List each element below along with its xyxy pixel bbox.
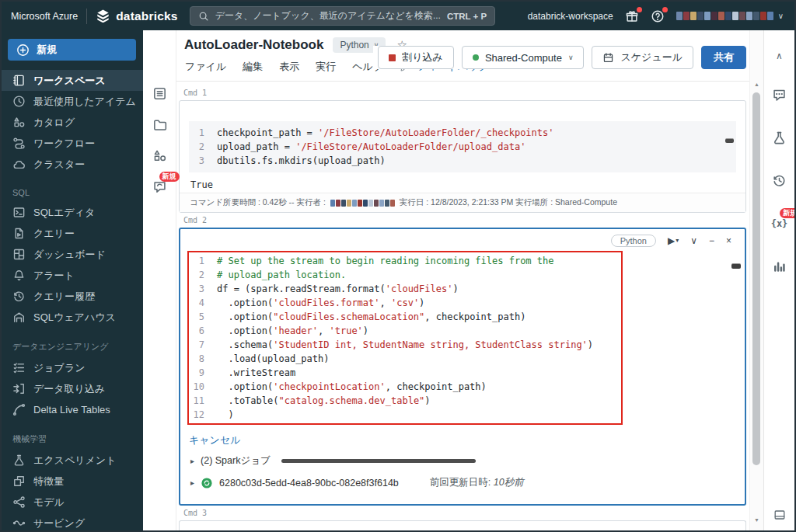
sidebar-item-jobruns[interactable]: ジョブラン [2, 357, 143, 378]
sidebar-item-dlt[interactable]: Delta Live Tables [2, 399, 143, 420]
chevron-down-icon[interactable]: ∨ [690, 236, 697, 245]
gift-icon[interactable] [625, 9, 639, 23]
stop-square-icon [389, 54, 396, 61]
global-search-input[interactable]: データ、ノートブック、最近のアイテムなどを検索... CTRL + P [190, 6, 495, 26]
sidebar-item-models[interactable]: モデル [2, 492, 143, 513]
menu-file[interactable]: ファイル [185, 60, 226, 74]
sidebar-item-workflows[interactable]: ワークフロー [2, 133, 143, 154]
sidebar-item-label: 特徴量 [33, 475, 64, 489]
cmd3-label: Cmd 3 [183, 509, 749, 517]
sidebar-item-features[interactable]: 特徴量 [2, 471, 143, 492]
variable-explorer-icon[interactable]: 新規 {x} [771, 216, 788, 231]
scroll-up-arrow[interactable]: ▲ [754, 82, 759, 87]
notebook-title[interactable]: AutoLoader-Notebook [184, 37, 323, 53]
comments-icon[interactable] [772, 88, 787, 103]
sidebar-item-catalog[interactable]: カタログ [2, 112, 143, 133]
user-menu[interactable]: ∨ [676, 12, 784, 20]
menu-view[interactable]: 表示 [279, 60, 299, 74]
stream-running-icon [201, 477, 213, 489]
sidebar-item-qhistory[interactable]: クエリー履歴 [2, 286, 143, 307]
editor-scrollbar-thumb[interactable] [731, 263, 741, 269]
cell-cmd3[interactable] [179, 520, 746, 530]
notification-dot [637, 7, 642, 12]
sidebar-item-workspace[interactable]: ワークスペース [2, 70, 143, 91]
schedule-button[interactable]: スケジュール [592, 46, 693, 69]
line-number: 1 [189, 126, 217, 140]
features-icon [12, 475, 26, 488]
new-badge: 新規 [780, 208, 796, 218]
play-icon: ▶ [668, 236, 675, 245]
line-number: 3 [189, 154, 217, 168]
code-line: 2upload_path = '/FileStore/AutoLoaderFol… [189, 140, 736, 154]
comments-history-icon[interactable]: 新規 [152, 179, 167, 194]
databricks-logo-icon [96, 9, 110, 23]
catalog-icon[interactable] [152, 148, 167, 163]
databricks-logo[interactable]: databricks [96, 9, 178, 23]
experiments-flask-icon[interactable] [772, 130, 787, 145]
experiments-icon [12, 454, 26, 467]
cmd1-code-editor[interactable]: 1checkpoint_path = '/FileStore/AutoLoade… [189, 121, 736, 172]
table-of-contents-icon[interactable] [152, 86, 167, 101]
expander-triangle-icon[interactable]: ▸ [190, 457, 194, 465]
cell-cmd2-selected[interactable]: Python ▶ ▾ ∨ − × 1# Set up the stream to… [179, 228, 746, 506]
sidebar-item-warehouses[interactable]: SQLウェアハウス [2, 307, 143, 328]
minimize-cell-icon[interactable]: − [709, 236, 714, 245]
line-number: 12 [189, 408, 217, 422]
close-cell-icon[interactable]: × [726, 236, 731, 245]
sidebar-item-experiments[interactable]: エクスペリメント [2, 450, 143, 471]
cancel-link[interactable]: キャンセル [189, 433, 241, 447]
sidebar-item-queries[interactable]: クエリー [2, 223, 143, 244]
line-number: 10 [189, 380, 217, 394]
caret-down-icon: ▾ [676, 238, 679, 244]
sidebar-item-label: アラート [33, 269, 75, 283]
executor-name-redacted [330, 200, 395, 207]
sidebar-section-header: データエンジニアリング [12, 341, 143, 353]
spark-jobs-label[interactable]: (2) Sparkジョブ [201, 454, 271, 468]
line-number: 5 [189, 310, 217, 324]
sidebar-item-sqleditor[interactable]: SQLエディタ [2, 202, 143, 223]
folder-icon[interactable] [152, 117, 167, 132]
cmd2-code-editor-highlighted[interactable]: 1# Set up the stream to begin reading in… [187, 251, 623, 425]
sidebar-item-alerts[interactable]: アラート [2, 265, 143, 286]
interrupt-button[interactable]: 割り込み [378, 46, 454, 69]
sidebar-item-serving[interactable]: サービング [2, 513, 143, 530]
sidebar-item-dashboards[interactable]: ダッシュボード [2, 244, 143, 265]
stream-id[interactable]: 6280c03d-5edd-4ea8-90bc-082e8f3f614b [219, 478, 399, 489]
ingestion-icon [12, 382, 26, 395]
share-button[interactable]: 共有 [701, 46, 746, 69]
bottom-panel-toggle-icon[interactable] [773, 509, 787, 521]
spark-jobs-row: ▸ (2) Sparkジョブ [190, 454, 476, 468]
sidebar-item-recents[interactable]: 最近使用したアイテム [2, 91, 143, 112]
run-cell-button[interactable]: ▶ ▾ [668, 236, 679, 245]
libraries-chart-icon[interactable] [772, 259, 787, 273]
code-line: 10 .option('checkpointLocation', checkpo… [189, 380, 621, 394]
scrollbar-thumb[interactable] [752, 92, 760, 465]
cell-cmd1[interactable]: 1checkpoint_path = '/FileStore/AutoLoade… [179, 100, 746, 213]
menu-run[interactable]: 実行 [316, 60, 336, 74]
line-number: 4 [189, 296, 217, 310]
line-number: 3 [189, 282, 217, 296]
collapse-header-chevron[interactable]: ∧ [776, 50, 783, 61]
code-line: 11 .toTable("catalog.schema.dev_table") [189, 394, 621, 408]
azure-logo[interactable]: Microsoft Azure [11, 11, 78, 22]
expander-triangle-icon[interactable]: ▸ [190, 478, 194, 487]
code-line: 12 ) [189, 408, 621, 422]
menu-edit[interactable]: 編集 [243, 60, 263, 74]
line-number: 1 [189, 254, 217, 268]
running-status-dot [473, 54, 479, 61]
scroll-down-arrow[interactable]: ▼ [754, 517, 759, 523]
sidebar-item-ingestion[interactable]: データ取り込み [2, 378, 143, 399]
workspace-name[interactable]: databrick-workspace [528, 11, 613, 22]
sidebar-item-clusters[interactable]: クラスター [2, 154, 143, 175]
new-button[interactable]: 新規 [8, 39, 136, 61]
code-line: 7 .schema('StudentID int, StudentName st… [189, 338, 621, 352]
sidebar-item-label: Delta Live Tables [33, 404, 110, 416]
cell-language-pill[interactable]: Python [611, 235, 656, 247]
help-icon[interactable] [651, 9, 665, 23]
compute-selector[interactable]: Shared-Compute ∨ [462, 46, 585, 69]
editor-scrollbar-thumb[interactable] [725, 138, 734, 143]
dashboards-icon [12, 248, 26, 261]
revision-history-icon[interactable] [772, 173, 787, 188]
sidebar: 新規 ワークスペース最近使用したアイテムカタログワークフロークラスターSQLSQ… [2, 30, 143, 530]
spark-progress-bar [281, 459, 476, 463]
